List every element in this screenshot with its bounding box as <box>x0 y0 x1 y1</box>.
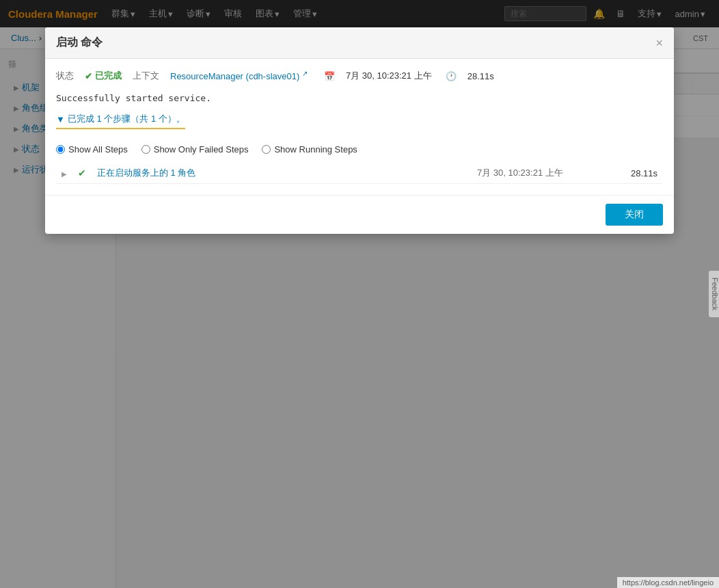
step-status-cell: ✔ <box>72 163 92 184</box>
steps-table: ▶ ✔ 正在启动服务上的 1 角色 7月 30, 10:23:21 上午 28. <box>56 163 663 184</box>
context-link[interactable]: ResourceManager (cdh-slave01) ↗ <box>170 70 308 81</box>
step-time-cell: 7月 30, 10:23:21 上午 <box>472 163 608 184</box>
arrow-down-icon: ▼ <box>56 114 65 124</box>
modal-status-row: 状态 ✔ 已完成 上下文 ResourceManager (cdh-slave0… <box>56 70 663 82</box>
filter-running-steps[interactable]: Show Running Steps <box>262 144 357 155</box>
duration-value: 28.11s <box>467 71 494 81</box>
filter-failed-radio[interactable] <box>141 145 150 154</box>
close-modal-button[interactable]: 关闭 <box>606 204 663 226</box>
modal-header: 启动 命令 × <box>45 27 674 59</box>
clock-icon: 🕐 <box>446 71 457 81</box>
step-ok-icon: ✔ <box>78 168 86 178</box>
context-label: 上下文 <box>133 70 159 82</box>
steps-summary: ▼ 已完成 1 个步骤（共 1 个）。 <box>56 113 185 129</box>
calendar-icon: 📅 <box>324 71 335 81</box>
expand-icon[interactable]: ▶ <box>62 170 67 178</box>
step-expand-cell[interactable]: ▶ <box>56 163 72 184</box>
modal-dialog: 启动 命令 × 状态 ✔ 已完成 上下文 ResourceManager (cd… <box>45 27 674 234</box>
status-label: 状态 <box>56 70 74 82</box>
filter-running-radio[interactable] <box>262 145 271 154</box>
modal-close-button[interactable]: × <box>655 37 663 49</box>
modal-footer: 关闭 <box>45 195 674 234</box>
step-duration-cell: 28.11s <box>608 163 663 184</box>
step-name-cell: 正在启动服务上的 1 角色 <box>92 163 472 184</box>
success-message: Successfully started service. <box>56 90 663 106</box>
filter-all-radio[interactable] <box>56 145 65 154</box>
external-link-icon: ↗ <box>302 70 308 77</box>
filter-failed-steps[interactable]: Show Only Failed Steps <box>141 144 249 155</box>
modal-body: 状态 ✔ 已完成 上下文 ResourceManager (cdh-slave0… <box>45 59 674 195</box>
steps-summary-container: ▼ 已完成 1 个步骤（共 1 个）。 <box>56 113 663 136</box>
feedback-tab[interactable]: Feedback <box>709 271 719 317</box>
url-bar: https://blog.csdn.net/lingeio <box>617 577 719 588</box>
modal-overlay: 启动 命令 × 状态 ✔ 已完成 上下文 ResourceManager (cd… <box>0 0 719 588</box>
filter-all-steps[interactable]: Show All Steps <box>56 144 128 155</box>
step-filters: Show All Steps Show Only Failed Steps Sh… <box>56 144 663 155</box>
time-value: 7月 30, 10:23:21 上午 <box>346 70 432 82</box>
step-name[interactable]: 正在启动服务上的 1 角色 <box>97 168 195 178</box>
modal-title: 启动 命令 <box>56 36 103 50</box>
check-icon: ✔ <box>85 71 92 81</box>
status-value: ✔ 已完成 <box>85 70 122 82</box>
step-row: ▶ ✔ 正在启动服务上的 1 角色 7月 30, 10:23:21 上午 28. <box>56 163 663 184</box>
